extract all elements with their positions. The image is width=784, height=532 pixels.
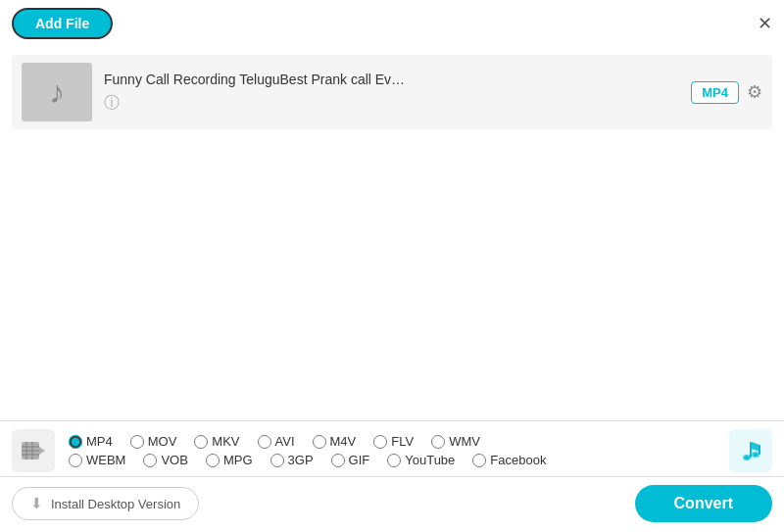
download-icon: ⬇ xyxy=(30,495,43,512)
format-option-facebook[interactable]: Facebook xyxy=(472,453,546,467)
format-option-wmv[interactable]: WMV xyxy=(431,434,480,449)
format-radio-groups: MP4 MOV MKV AVI M4V FLV WM xyxy=(69,434,719,467)
format-row-1: MP4 MOV MKV AVI M4V FLV WM xyxy=(69,434,719,449)
audio-format-icon xyxy=(729,429,772,472)
file-item: ♪ Funny Call Recording TeluguBest Prank … xyxy=(12,55,772,129)
format-option-vob[interactable]: VOB xyxy=(143,453,187,467)
svg-point-9 xyxy=(745,457,749,459)
file-name: Funny Call Recording TeluguBest Prank ca… xyxy=(104,72,691,87)
format-badge[interactable]: MP4 xyxy=(691,81,739,104)
format-option-mov[interactable]: MOV xyxy=(130,434,177,449)
action-bar: ⬇ Install Desktop Version Convert xyxy=(0,476,784,532)
format-option-flv[interactable]: FLV xyxy=(373,434,414,449)
info-icon[interactable]: ⓘ xyxy=(104,94,120,111)
format-option-gif[interactable]: GIF xyxy=(331,453,370,467)
convert-button[interactable]: Convert xyxy=(635,485,772,522)
video-format-icon xyxy=(12,429,55,472)
file-list: ♪ Funny Call Recording TeluguBest Prank … xyxy=(0,47,784,420)
format-option-avi[interactable]: AVI xyxy=(258,434,295,449)
settings-icon[interactable]: ⚙ xyxy=(747,81,762,103)
music-note-icon: ♪ xyxy=(49,74,65,111)
format-option-m4v[interactable]: M4V xyxy=(313,434,357,449)
file-info: Funny Call Recording TeluguBest Prank ca… xyxy=(104,72,691,114)
format-option-mpg[interactable]: MPG xyxy=(206,453,253,467)
svg-marker-1 xyxy=(39,447,45,455)
format-option-mkv[interactable]: MKV xyxy=(194,434,239,449)
install-label: Install Desktop Version xyxy=(51,497,180,511)
format-option-webm[interactable]: WEBM xyxy=(69,453,125,467)
svg-point-11 xyxy=(754,454,758,457)
svg-rect-8 xyxy=(750,442,752,458)
format-option-3gp[interactable]: 3GP xyxy=(270,453,314,467)
format-row-2: WEBM VOB MPG 3GP GIF YouTube xyxy=(69,453,719,467)
title-bar: Add File ✕ xyxy=(0,0,784,47)
format-option-mp4[interactable]: MP4 xyxy=(69,434,113,449)
install-desktop-button[interactable]: ⬇ Install Desktop Version xyxy=(12,487,199,520)
file-thumbnail: ♪ xyxy=(22,63,92,121)
add-file-button[interactable]: Add File xyxy=(12,8,113,39)
format-option-youtube[interactable]: YouTube xyxy=(387,453,455,467)
close-button[interactable]: ✕ xyxy=(758,15,772,32)
format-row: MP4 MOV MKV AVI M4V FLV WM xyxy=(0,421,784,476)
svg-rect-12 xyxy=(759,445,760,455)
file-actions: MP4 ⚙ xyxy=(691,81,762,104)
bottom-bar: MP4 MOV MKV AVI M4V FLV WM xyxy=(0,420,784,532)
